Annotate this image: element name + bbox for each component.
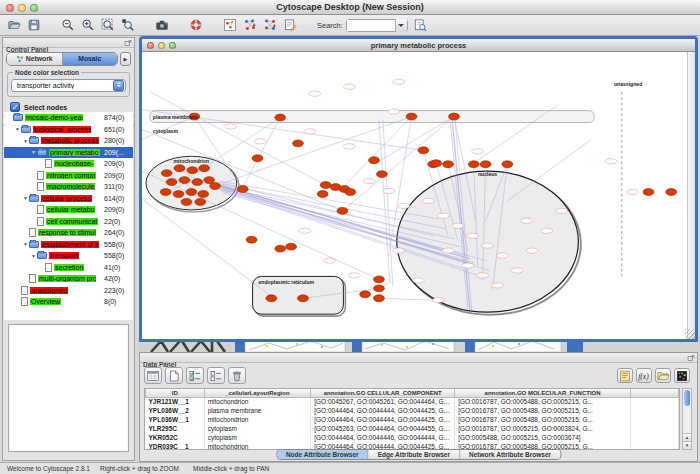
tree-expand-icon[interactable]: ▼ bbox=[22, 195, 29, 201]
graph-node-label[interactable] bbox=[388, 109, 400, 114]
graph-node-label[interactable] bbox=[413, 278, 425, 283]
table-cell[interactable] bbox=[631, 442, 679, 450]
table-cell[interactable]: [GO:0016787, GO:0005215, GO:0003824, G..… bbox=[455, 424, 631, 433]
network-tree-item[interactable]: multi-organism pro42(0) bbox=[4, 273, 133, 285]
unselect-attributes-icon[interactable] bbox=[207, 367, 225, 384]
zoom-out-icon[interactable] bbox=[59, 17, 76, 34]
network-tree-item[interactable]: cell communicat22(0) bbox=[4, 216, 133, 228]
tab-mosaic[interactable]: Mosaic bbox=[63, 53, 118, 65]
graph-node[interactable] bbox=[317, 191, 328, 198]
attribute-table-icon[interactable] bbox=[144, 367, 162, 384]
graph-node[interactable] bbox=[286, 243, 297, 250]
graph-node[interactable] bbox=[160, 189, 171, 196]
network-tree-item[interactable]: mosaic-demo-yeast874(0) bbox=[4, 112, 133, 124]
graph-node-label[interactable] bbox=[383, 188, 395, 193]
graph-node-label[interactable] bbox=[452, 223, 464, 228]
graph-node[interactable] bbox=[186, 189, 197, 196]
graph-node-label[interactable] bbox=[541, 228, 553, 233]
graph-node-label[interactable] bbox=[255, 139, 267, 144]
table-cell[interactable]: [GO:0045267, GO:0045261, GO:0044464, G..… bbox=[311, 397, 455, 406]
graph-node-label[interactable] bbox=[467, 233, 479, 238]
table-cell[interactable]: [GO:0044464, GO:0044446, GO:0044444, G..… bbox=[311, 433, 455, 442]
graph-node[interactable] bbox=[237, 186, 248, 193]
network-window-titlebar[interactable]: primary metabolic process bbox=[142, 39, 695, 52]
network-tree-item[interactable]: Overview8(0) bbox=[4, 296, 133, 308]
graph-node-label[interactable] bbox=[363, 179, 375, 184]
graph-node[interactable] bbox=[161, 170, 172, 177]
graph-node-label[interactable] bbox=[521, 218, 533, 223]
graph-node[interactable] bbox=[174, 165, 185, 172]
graph-node[interactable] bbox=[187, 167, 198, 174]
table-cell[interactable]: YDR039C__1 bbox=[146, 442, 205, 450]
graph-node[interactable] bbox=[468, 161, 479, 168]
graph-node[interactable] bbox=[449, 113, 460, 120]
tab-network[interactable]: Network bbox=[7, 53, 63, 65]
search-input[interactable] bbox=[347, 20, 395, 31]
graph-node[interactable] bbox=[195, 198, 206, 205]
graph-node[interactable] bbox=[320, 182, 331, 189]
graph-node[interactable] bbox=[502, 161, 513, 168]
scrollbar-thumb[interactable] bbox=[684, 390, 690, 406]
graph-node-label[interactable] bbox=[324, 258, 336, 263]
tree-expand-icon[interactable]: ▼ bbox=[30, 253, 37, 259]
table-column-header[interactable]: annotation.GO MOLECULAR_FUNCTION bbox=[455, 389, 631, 397]
table-cell[interactable]: YKR052C bbox=[146, 433, 205, 442]
graph-node[interactable] bbox=[246, 236, 257, 243]
table-cell[interactable] bbox=[631, 397, 679, 406]
advanced-search-icon[interactable] bbox=[412, 17, 429, 34]
graph-node-label[interactable] bbox=[348, 273, 360, 278]
table-column-header[interactable]: ID bbox=[146, 389, 205, 397]
graph-node[interactable] bbox=[266, 295, 277, 302]
graph-node[interactable] bbox=[199, 165, 210, 172]
graph-node-label[interactable] bbox=[442, 248, 454, 253]
network-tree-item[interactable]: ▼biological_process651(0) bbox=[4, 124, 133, 136]
table-cell[interactable]: mitochondrion bbox=[204, 397, 311, 406]
graph-node-label[interactable] bbox=[343, 144, 355, 149]
graph-node[interactable] bbox=[298, 295, 309, 302]
table-cell[interactable]: YPL036W__2 bbox=[146, 406, 205, 415]
table-cell[interactable]: YJR121W__1 bbox=[146, 397, 205, 406]
graph-node[interactable] bbox=[480, 161, 491, 168]
graph-node[interactable] bbox=[166, 179, 177, 186]
tab-node-attribute-browser[interactable]: Node Attribute Browser bbox=[277, 450, 369, 459]
graph-node[interactable] bbox=[374, 276, 385, 283]
graph-node[interactable] bbox=[173, 191, 184, 198]
birds-eye-view[interactable] bbox=[8, 324, 129, 452]
graph-node-label[interactable] bbox=[398, 203, 410, 208]
network-tree-item[interactable]: unassigned223(0) bbox=[4, 285, 133, 297]
save-icon[interactable] bbox=[25, 17, 42, 34]
tree-expand-icon[interactable]: ▼ bbox=[22, 138, 29, 144]
graph-node[interactable] bbox=[275, 245, 286, 252]
table-cell[interactable] bbox=[631, 424, 679, 433]
table-row[interactable]: YPL036W__2plasma membrane[GO:0044464, GO… bbox=[146, 406, 679, 415]
attribute-matrix-icon[interactable] bbox=[674, 368, 690, 383]
graph-node[interactable] bbox=[376, 171, 387, 178]
graph-node-label[interactable] bbox=[304, 129, 316, 134]
table-cell[interactable]: mitochondrion bbox=[204, 415, 311, 424]
node-color-dropdown[interactable]: transporter activity bbox=[11, 79, 126, 92]
graph-node[interactable] bbox=[252, 155, 263, 162]
network-canvas[interactable]: plasma membranecytoplasmmitochondrionnuc… bbox=[142, 52, 687, 339]
graph-node-label[interactable] bbox=[225, 124, 237, 129]
network-tree-item[interactable]: ▼metabolic process280(0) bbox=[4, 135, 133, 147]
graph-node-label[interactable] bbox=[343, 84, 355, 89]
graph-node[interactable] bbox=[374, 285, 385, 292]
table-row[interactable]: YJR121W__1mitochondrion[GO:0045267, GO:0… bbox=[146, 397, 679, 406]
graph-node[interactable] bbox=[643, 189, 654, 196]
zoom-selected-icon[interactable] bbox=[119, 17, 136, 34]
tab-edge-attribute-browser[interactable]: Edge Attribute Browser bbox=[369, 450, 460, 459]
table-cell[interactable]: [GO:0044464, GO:0044444, GO:0044425, G..… bbox=[311, 406, 455, 415]
network-tree-item[interactable]: ▼primary metabo209(... bbox=[4, 147, 133, 159]
graph-node[interactable] bbox=[360, 291, 371, 298]
network-tree-item[interactable]: secretion41(0) bbox=[4, 262, 133, 274]
graph-node-label[interactable] bbox=[393, 248, 405, 253]
graph-node-label[interactable] bbox=[605, 159, 617, 164]
graph-node-label[interactable] bbox=[437, 213, 449, 218]
float-data-panel-icon[interactable] bbox=[687, 354, 695, 362]
table-cell[interactable]: YPL036W__1 bbox=[146, 415, 205, 424]
scroll-up-icon[interactable]: ▲ bbox=[683, 433, 691, 441]
select-nodes-checkbox[interactable]: ✓ bbox=[10, 102, 20, 112]
graph-node-label[interactable] bbox=[482, 243, 494, 248]
tab-overflow-button[interactable]: ▶ bbox=[120, 52, 131, 66]
window-resize-grip[interactable] bbox=[685, 329, 695, 339]
